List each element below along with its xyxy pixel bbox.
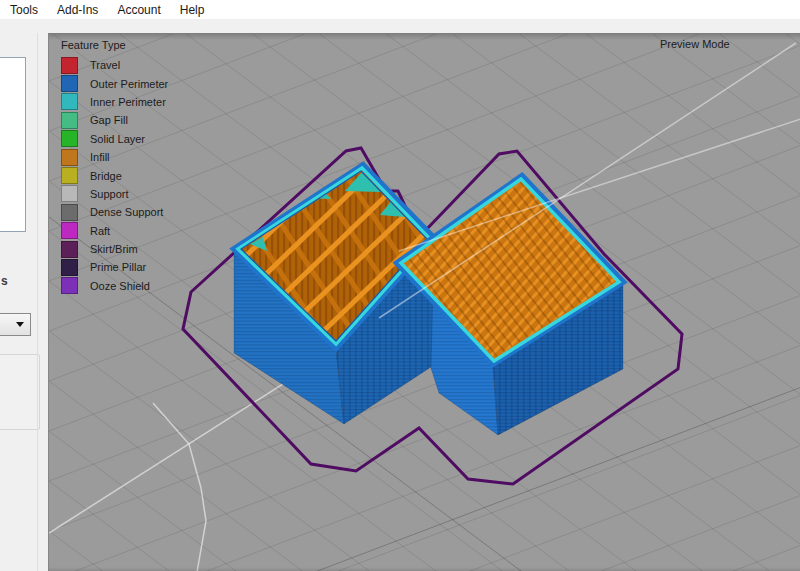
menu-add-ins[interactable]: Add-Ins bbox=[55, 3, 100, 17]
sidebar-divider bbox=[37, 33, 38, 571]
color-swatch bbox=[61, 112, 78, 129]
model-listbox[interactable] bbox=[0, 57, 26, 232]
color-swatch bbox=[61, 75, 78, 92]
legend-label: Raft bbox=[90, 225, 110, 237]
legend-label: Infill bbox=[90, 151, 110, 163]
legend-item: Outer Perimeter bbox=[61, 74, 168, 92]
color-swatch bbox=[61, 222, 78, 239]
legend-label: Skirt/Brim bbox=[90, 243, 138, 255]
menu-tools[interactable]: Tools bbox=[8, 3, 40, 17]
legend-label: Support bbox=[90, 188, 129, 200]
chevron-down-icon bbox=[16, 322, 24, 327]
color-swatch bbox=[61, 277, 78, 294]
legend-title: Feature Type bbox=[61, 39, 168, 51]
legend-item: Support bbox=[61, 185, 168, 203]
menu-help[interactable]: Help bbox=[178, 3, 207, 17]
legend-item: Inner Perimeter bbox=[61, 93, 168, 111]
preview-viewport[interactable]: Feature Type Travel Outer Perimeter Inne… bbox=[48, 33, 800, 571]
legend-item: Skirt/Brim bbox=[61, 240, 168, 258]
legend-label: Prime Pillar bbox=[90, 261, 146, 273]
sidebar-panel bbox=[0, 354, 40, 430]
legend-label: Bridge bbox=[90, 170, 122, 182]
color-swatch bbox=[61, 130, 78, 147]
legend-item: Gap Fill bbox=[61, 111, 168, 129]
legend-item: Raft bbox=[61, 222, 168, 240]
menu-account[interactable]: Account bbox=[115, 3, 162, 17]
menu-bar: Tools Add-Ins Account Help bbox=[0, 0, 800, 19]
legend-item: Infill bbox=[61, 148, 168, 166]
legend-item: Travel bbox=[61, 56, 168, 74]
color-swatch bbox=[61, 185, 78, 202]
legend-label: Ooze Shield bbox=[90, 280, 150, 292]
color-swatch bbox=[61, 259, 78, 276]
color-swatch bbox=[61, 241, 78, 258]
legend-label: Outer Perimeter bbox=[90, 78, 168, 90]
app-window: Tools Add-Ins Account Help s bbox=[0, 0, 800, 571]
left-sidebar: s bbox=[0, 19, 48, 571]
legend-label: Dense Support bbox=[90, 206, 163, 218]
preview-mode-label: Preview Mode bbox=[660, 38, 730, 50]
legend-label: Gap Fill bbox=[90, 114, 128, 126]
legend-item: Bridge bbox=[61, 166, 168, 184]
legend-label: Travel bbox=[90, 59, 120, 71]
color-swatch bbox=[61, 93, 78, 110]
legend-item: Ooze Shield bbox=[61, 277, 168, 295]
legend-label: Inner Perimeter bbox=[90, 96, 166, 108]
color-swatch bbox=[61, 204, 78, 221]
legend-item: Solid Layer bbox=[61, 130, 168, 148]
legend-item: Dense Support bbox=[61, 203, 168, 221]
feature-type-legend: Feature Type Travel Outer Perimeter Inne… bbox=[61, 39, 168, 295]
process-dropdown[interactable] bbox=[0, 313, 31, 336]
color-swatch bbox=[61, 167, 78, 184]
legend-item: Prime Pillar bbox=[61, 258, 168, 276]
color-swatch bbox=[61, 149, 78, 166]
color-swatch bbox=[61, 57, 78, 74]
legend-label: Solid Layer bbox=[90, 133, 145, 145]
sidebar-partial-label: s bbox=[1, 274, 8, 288]
